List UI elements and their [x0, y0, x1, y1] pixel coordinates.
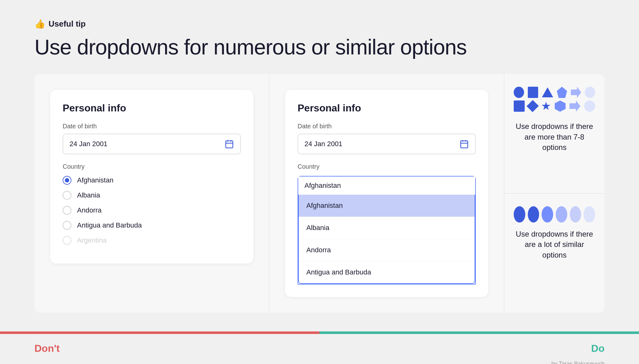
dont-label: Don't	[34, 343, 60, 354]
do-label: Do	[591, 343, 605, 354]
radio-label-antigua: Antigua and Barbuda	[77, 221, 142, 229]
left-date-label: Date of birth	[63, 123, 241, 130]
middle-date-input[interactable]: 24 Jan 2001	[298, 134, 476, 154]
circle-medium-3	[542, 206, 553, 223]
svg-rect-0	[226, 141, 233, 148]
radio-item-argentina[interactable]: Argentina	[63, 236, 241, 245]
left-calendar-icon	[225, 139, 234, 149]
main-title: Use dropdowns for numerous or similar op…	[34, 35, 605, 59]
bottom-bars	[0, 331, 639, 334]
shape-circle-1	[514, 87, 524, 98]
radio-circle-antigua	[63, 221, 71, 230]
circle-lighter-5	[570, 206, 581, 223]
panel-right-bottom: Use dropdowns if there are a lot of simi…	[504, 194, 605, 313]
country-dropdown[interactable]: Afghanistan Afghanistan Albania Andorra …	[298, 176, 476, 285]
shape-triangle-1	[542, 87, 553, 97]
labels-row: Don't Do	[0, 336, 639, 354]
shape-square-1	[528, 87, 538, 98]
dropdown-item-albania[interactable]: Albania	[299, 217, 475, 239]
right-bottom-text: Use dropdowns if there are a lot of simi…	[514, 229, 595, 260]
dropdown-item-antigua[interactable]: Antigua and Barbuda	[299, 261, 475, 283]
panel-right-top: ★ Use dropdowns if there are more than 7…	[504, 74, 605, 194]
panel-right: ★ Use dropdowns if there are more than 7…	[504, 74, 605, 313]
shape-circle-faded-1	[585, 87, 595, 98]
circle-light-4	[556, 206, 567, 223]
radio-item-andorra[interactable]: Andorra	[63, 206, 241, 215]
circles-row	[514, 206, 595, 223]
middle-card-title: Personal info	[298, 102, 476, 114]
left-date-input[interactable]: 24 Jan 2001	[63, 134, 241, 154]
radio-label-afghanistan: Afghanistan	[77, 176, 113, 184]
panel-middle: Personal info Date of birth 24 Jan 2001 …	[269, 74, 504, 313]
dropdown-item-afghanistan[interactable]: Afghanistan	[299, 195, 475, 217]
thumbs-up-icon: 👍	[34, 19, 45, 29]
dropdown-open-container: Afghanistan Afghanistan Albania Andorra …	[298, 176, 476, 285]
useful-tip-label: Useful tip	[49, 19, 86, 29]
radio-label-argentina: Argentina	[77, 236, 106, 244]
dont-bar	[0, 331, 320, 334]
radio-circle-argentina	[63, 236, 71, 245]
useful-tip-row: 👍 Useful tip	[34, 19, 605, 29]
panel-left: Personal info Date of birth 24 Jan 2001 …	[34, 74, 269, 313]
dropdown-list: Afghanistan Albania Andorra Antigua and …	[298, 195, 475, 284]
shape-star-1: ★	[541, 100, 551, 112]
dropdown-trigger[interactable]: Afghanistan	[298, 177, 475, 195]
shape-arrow-1	[571, 87, 581, 98]
left-form-card: Personal info Date of birth 24 Jan 2001 …	[50, 90, 253, 264]
shape-circle-faded-2	[584, 100, 595, 112]
radio-circle-albania	[63, 191, 71, 200]
middle-date-value: 24 Jan 2001	[304, 140, 342, 148]
radio-circle-andorra	[63, 206, 71, 215]
radio-item-antigua[interactable]: Antigua and Barbuda	[63, 221, 241, 230]
left-card-title: Personal info	[63, 102, 241, 114]
middle-form-card: Personal info Date of birth 24 Jan 2001 …	[285, 90, 488, 297]
radio-item-afghanistan[interactable]: Afghanistan	[63, 176, 241, 185]
circle-full-1	[514, 206, 525, 223]
circle-lightest-6	[584, 206, 595, 223]
radio-label-albania: Albania	[77, 191, 100, 199]
right-top-text: Use dropdowns if there are more than 7-8…	[514, 121, 595, 153]
shape-rounded-1	[555, 100, 566, 112]
dropdown-item-andorra[interactable]: Andorra	[299, 239, 475, 261]
shape-diamond-1	[527, 100, 539, 112]
shape-square-2	[514, 100, 525, 112]
radio-circle-afghanistan	[63, 176, 71, 185]
circle-full-2	[528, 206, 539, 223]
attribution: by Taras Bakusevych	[0, 354, 639, 364]
do-bar	[320, 331, 639, 334]
shape-arrow-2	[569, 100, 580, 112]
radio-item-albania[interactable]: Albania	[63, 191, 241, 200]
middle-date-label: Date of birth	[298, 123, 476, 130]
page-wrapper: 👍 Useful tip Use dropdowns for numerous …	[0, 0, 639, 331]
left-country-label: Country	[63, 163, 241, 170]
content-area: Personal info Date of birth 24 Jan 2001 …	[34, 74, 605, 313]
left-date-value: 24 Jan 2001	[70, 140, 107, 148]
middle-country-label: Country	[298, 163, 476, 170]
dropdown-selected-value: Afghanistan	[304, 182, 341, 190]
shape-pentagon-1	[557, 87, 567, 98]
svg-rect-4	[461, 141, 468, 148]
middle-calendar-icon	[460, 139, 469, 149]
radio-label-andorra: Andorra	[77, 206, 101, 214]
